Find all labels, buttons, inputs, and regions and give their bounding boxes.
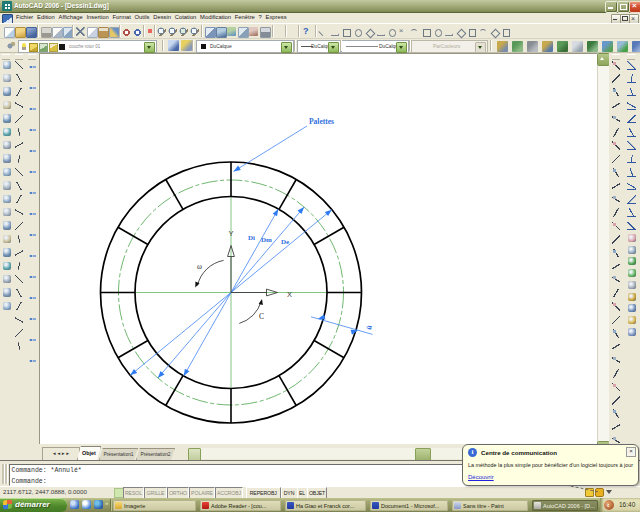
svg-text:ū: ū (364, 325, 374, 331)
svg-text:Di: Di (248, 234, 255, 242)
svg-text:Dm: Dm (261, 236, 272, 244)
svg-text:ω: ω (197, 262, 202, 271)
svg-text:Palettes: Palettes (309, 117, 334, 126)
svg-text:X: X (287, 290, 292, 299)
svg-text:Y: Y (228, 229, 233, 238)
svg-text:De: De (281, 238, 289, 246)
svg-text:C: C (259, 312, 264, 321)
